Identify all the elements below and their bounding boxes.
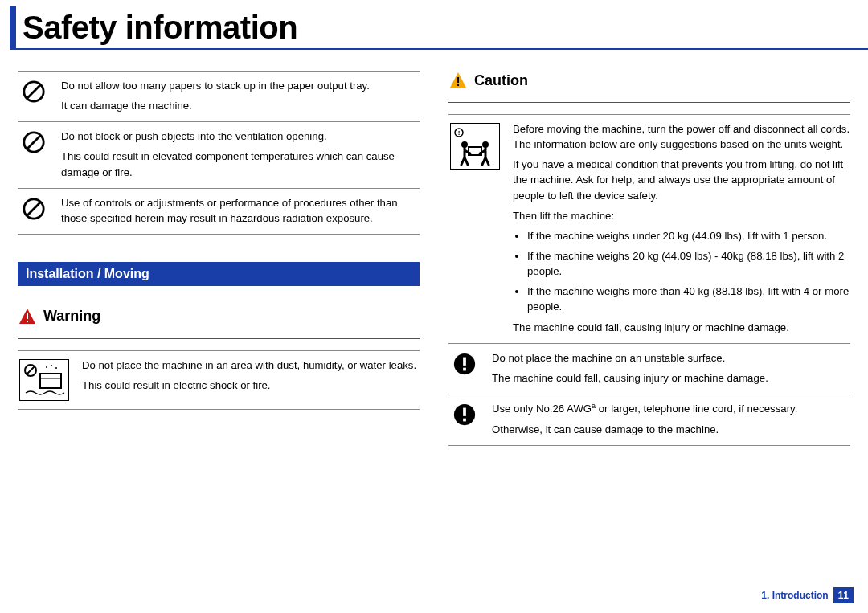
svg-rect-23 — [463, 357, 466, 365]
warning-icon — [18, 307, 37, 326]
mandatory-icon — [448, 401, 481, 437]
svg-rect-15 — [457, 77, 459, 83]
row-text: Do not place the machine on an unstable … — [492, 350, 850, 366]
row-text: It can damage the machine. — [61, 98, 420, 113]
prohibit-icon — [18, 78, 50, 113]
section-header: Installation / Moving — [18, 262, 420, 286]
page-title: Safety information — [23, 11, 297, 48]
row-unstable-surface: Do not place the machine on an unstable … — [448, 344, 850, 394]
svg-rect-7 — [27, 321, 28, 322]
list-item: If the machine weighs more than 40 kg (8… — [527, 284, 850, 314]
row-text: Use of controls or adjustments or perfor… — [61, 195, 420, 226]
title-bar: Safety information — [10, 0, 868, 50]
mandatory-icon — [448, 350, 481, 386]
row-phone-cord: Use only No.26 AWGa or larger, telephone… — [448, 394, 850, 446]
row-text: Use only No.26 AWGa or larger, telephone… — [492, 401, 850, 417]
svg-line-3 — [27, 136, 41, 149]
right-column: Caution ! Before moving the machine, tur… — [448, 71, 850, 446]
list-item: If the machine weighs 20 kg (44.09 lbs) … — [527, 248, 850, 279]
svg-point-12 — [46, 366, 47, 368]
row-text: The machine could fall, causing injury o… — [513, 320, 850, 335]
svg-rect-24 — [463, 367, 466, 370]
row-paper-stack: Do not allow too many papers to stack up… — [18, 71, 420, 122]
page-number: 11 — [833, 587, 854, 603]
svg-point-14 — [55, 367, 57, 369]
svg-line-5 — [27, 202, 41, 215]
svg-line-1 — [27, 85, 41, 99]
svg-rect-27 — [463, 419, 466, 422]
prohibit-icon — [18, 195, 50, 226]
list-item: If the machine weighs under 20 kg (44.09… — [527, 228, 850, 243]
divider — [448, 101, 850, 103]
row-dust-humidity: Do not place the machine in an area with… — [18, 350, 420, 410]
row-text: This could result in elevated component … — [61, 149, 420, 179]
title-accent — [10, 6, 16, 48]
row-text: Otherwise, it can cause damage to the ma… — [492, 422, 850, 437]
svg-point-13 — [51, 365, 52, 366]
row-text: The machine could fall, causing injury o… — [492, 370, 850, 386]
svg-rect-26 — [463, 408, 466, 416]
row-lifting: ! Before moving the machine, turn the po… — [448, 114, 850, 344]
row-text: Do not block or push objects into the ve… — [61, 129, 420, 144]
left-column: Do not allow too many papers to stack up… — [18, 71, 420, 446]
caution-label: Caution — [474, 72, 528, 89]
row-text: If you have a medical condition that pre… — [513, 157, 850, 202]
row-ventilation: Do not block or push objects into the ve… — [18, 122, 420, 188]
divider — [18, 337, 420, 339]
footer-chapter: 1. Introduction — [761, 590, 828, 601]
caution-header: Caution — [448, 71, 850, 90]
row-text: This could result in electric shock or f… — [82, 378, 420, 393]
svg-rect-16 — [457, 84, 459, 86]
row-radiation: Use of controls or adjustments or perfor… — [18, 189, 420, 235]
row-text: Do not place the machine in an area with… — [82, 358, 420, 373]
row-text: Do not allow too many papers to stack up… — [61, 78, 420, 93]
row-text: Then lift the machine: — [513, 208, 850, 223]
svg-text:!: ! — [458, 129, 461, 137]
warning-label: Warning — [43, 308, 100, 325]
lift-list: If the machine weighs under 20 kg (44.09… — [527, 228, 850, 315]
prohibit-icon — [18, 129, 50, 179]
two-person-lift-icon: ! — [448, 121, 502, 335]
svg-rect-6 — [27, 313, 28, 319]
page-footer: 1. Introduction 11 — [761, 587, 854, 603]
svg-line-9 — [27, 366, 35, 374]
svg-rect-10 — [40, 374, 61, 388]
warning-header: Warning — [18, 307, 420, 326]
water-hazard-icon — [18, 358, 71, 401]
caution-icon — [448, 71, 468, 90]
row-text: Before moving the machine, turn the powe… — [513, 121, 850, 152]
